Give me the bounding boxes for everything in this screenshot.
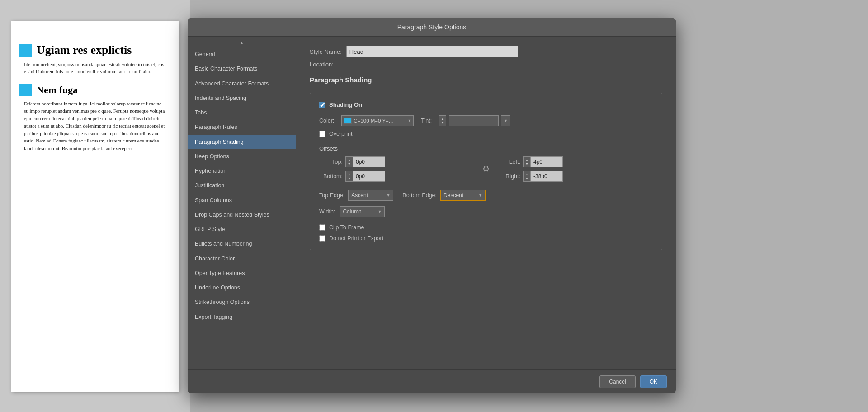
- document-heading-1: Ugiam res explictis: [37, 43, 132, 57]
- style-name-input[interactable]: [346, 46, 518, 57]
- top-edge-label: Top Edge:: [319, 192, 344, 199]
- dialog-body: ▲ General Basic Character Formats Advanc…: [188, 37, 676, 369]
- sidebar-item-justification[interactable]: Justification: [188, 178, 296, 193]
- right-input[interactable]: [530, 171, 563, 182]
- shading-on-label[interactable]: Shading On: [329, 101, 362, 108]
- shading-on-checkbox[interactable]: [319, 102, 326, 108]
- sidebar-item-hyphenation[interactable]: Hyphenation: [188, 164, 296, 178]
- offset-right-col: Left: ▲ ▼ Right:: [497, 156, 653, 182]
- scroll-up-arrow[interactable]: ▲: [188, 38, 296, 47]
- sidebar-item-opentype-features[interactable]: OpenType Features: [188, 266, 296, 280]
- top-edge-value: Ascent: [351, 192, 383, 199]
- sidebar-item-span-columns[interactable]: Span Columns: [188, 193, 296, 208]
- style-name-label: Style Name:: [310, 48, 342, 55]
- offsets-section: Offsets Top: ▲ ▼: [319, 145, 653, 182]
- sidebar-item-general[interactable]: General: [188, 47, 296, 62]
- color-dropdown-text: C=100 M=0 Y=...: [354, 118, 406, 123]
- clip-to-frame-checkbox[interactable]: [319, 224, 326, 231]
- offsets-grid: Top: ▲ ▼ Bottom:: [319, 156, 653, 182]
- shading-box: Shading On Color: C=100 M=0 Y=... ▼ Tint…: [310, 93, 662, 250]
- right-label: Right:: [497, 173, 520, 180]
- sidebar-item-export-tagging[interactable]: Export Tagging: [188, 310, 296, 324]
- style-name-row: Style Name:: [310, 46, 662, 57]
- sidebar-item-character-color[interactable]: Character Color: [188, 251, 296, 266]
- blue-square-1: [19, 44, 32, 57]
- dialog-titlebar: Paragraph Style Options: [188, 18, 676, 37]
- width-row: Width: Column ▼: [319, 206, 653, 217]
- sidebar-item-paragraph-shading[interactable]: Paragraph Shading: [188, 135, 296, 149]
- document-page: Ugiam res explictis Idel molorehent, sim…: [11, 21, 179, 392]
- sidebar-item-tabs[interactable]: Tabs: [188, 105, 296, 120]
- tint-spinner[interactable]: ▲ ▼: [439, 115, 446, 126]
- document-area: Ugiam res explictis Idel molorehent, sim…: [0, 0, 190, 412]
- sidebar-item-keep-options[interactable]: Keep Options: [188, 149, 296, 164]
- offsets-title: Offsets: [319, 145, 653, 152]
- tint-input[interactable]: [449, 115, 499, 126]
- width-label: Width:: [319, 208, 335, 215]
- bottom-up-arrow: ▲: [346, 172, 353, 176]
- sidebar-item-basic-char[interactable]: Basic Character Formats: [188, 62, 296, 76]
- right-spinner-input: ▲ ▼: [523, 171, 563, 182]
- clip-to-frame-label[interactable]: Clip To Frame: [329, 224, 364, 231]
- bottom-down-arrow: ▼: [346, 176, 353, 180]
- bottom-spinner-input: ▲ ▼: [345, 171, 385, 182]
- shading-on-row: Shading On: [319, 101, 653, 108]
- top-label: Top:: [319, 159, 343, 165]
- bottom-edge-dropdown[interactable]: Descent ▼: [440, 190, 486, 201]
- clip-to-frame-row: Clip To Frame: [319, 224, 653, 231]
- bottom-edge-value: Descent: [443, 192, 476, 199]
- left-up-arrow: ▲: [524, 158, 530, 162]
- color-swatch: [344, 118, 352, 124]
- right-down-arrow: ▼: [524, 176, 530, 180]
- top-spinner-arrows[interactable]: ▲ ▼: [345, 156, 353, 167]
- link-icon[interactable]: ⚙: [482, 164, 490, 174]
- offset-left-col: Top: ▲ ▼ Bottom:: [319, 156, 475, 182]
- bottom-edge-field: Bottom Edge: Descent ▼: [402, 190, 486, 201]
- sidebar-item-paragraph-rules[interactable]: Paragraph Rules: [188, 120, 296, 134]
- ok-button[interactable]: OK: [640, 375, 667, 388]
- top-edge-field: Top Edge: Ascent ▼: [319, 190, 393, 201]
- sidebar-item-underline-options[interactable]: Underline Options: [188, 280, 296, 295]
- overprint-row: Overprint: [319, 131, 653, 137]
- top-edge-dropdown[interactable]: Ascent ▼: [348, 190, 393, 201]
- top-offset-row: Top: ▲ ▼: [319, 156, 475, 167]
- do-not-print-row: Do not Print or Export: [319, 235, 653, 242]
- sidebar-item-drop-caps[interactable]: Drop Caps and Nested Styles: [188, 208, 296, 222]
- top-input[interactable]: [353, 156, 385, 167]
- sidebar-item-grep-style[interactable]: GREP Style: [188, 222, 296, 237]
- overprint-checkbox[interactable]: [319, 131, 326, 137]
- width-dropdown[interactable]: Column ▼: [340, 206, 385, 217]
- color-dropdown[interactable]: C=100 M=0 Y=... ▼: [341, 115, 414, 126]
- overprint-label[interactable]: Overprint: [329, 131, 352, 137]
- do-not-print-label[interactable]: Do not Print or Export: [329, 235, 383, 242]
- right-up-arrow: ▲: [524, 172, 530, 176]
- sidebar-item-advanced-char[interactable]: Advanced Character Formats: [188, 76, 296, 91]
- location-label: Location:: [310, 61, 334, 68]
- main-content: Style Name: Location: Paragraph Shading …: [296, 37, 676, 369]
- left-input[interactable]: [530, 156, 563, 167]
- sidebar-item-bullets-numbering[interactable]: Bullets and Numbering: [188, 237, 296, 251]
- cancel-button[interactable]: Cancel: [599, 375, 635, 388]
- tint-down-arrow: ▼: [439, 121, 446, 125]
- width-dropdown-arrow: ▼: [378, 209, 382, 214]
- tint-section: ▲ ▼ ▼: [439, 115, 510, 126]
- sidebar-item-strikethrough-options[interactable]: Strikethrough Options: [188, 295, 296, 309]
- left-spinner-input: ▲ ▼: [523, 156, 563, 167]
- document-body-1: Idel molorehent, simposs imusanda quiae …: [24, 61, 166, 76]
- document-heading-2: Nem fuga: [37, 84, 78, 96]
- right-spinner-arrows[interactable]: ▲ ▼: [523, 171, 530, 182]
- left-spinner-arrows[interactable]: ▲ ▼: [523, 156, 530, 167]
- right-offset-row: Right: ▲ ▼: [497, 171, 653, 182]
- do-not-print-checkbox[interactable]: [319, 235, 326, 242]
- color-label: Color:: [319, 118, 334, 124]
- sidebar-item-indents-spacing[interactable]: Indents and Spacing: [188, 91, 296, 105]
- width-value: Column: [343, 208, 375, 215]
- tint-dropdown-button[interactable]: ▼: [501, 115, 510, 126]
- offset-center-col: ⚙: [482, 164, 490, 174]
- bottom-spinner-arrows[interactable]: ▲ ▼: [345, 171, 353, 182]
- dialog-title: Paragraph Style Options: [397, 24, 467, 31]
- bottom-input[interactable]: [353, 171, 385, 182]
- paragraph-style-dialog: Paragraph Style Options ▲ General Basic …: [188, 18, 676, 393]
- bottom-checks: Clip To Frame Do not Print or Export: [319, 224, 653, 242]
- bottom-label: Bottom:: [319, 173, 343, 180]
